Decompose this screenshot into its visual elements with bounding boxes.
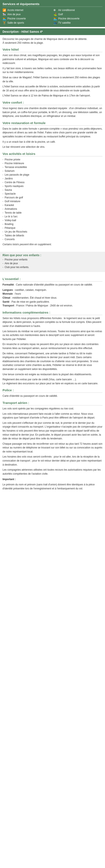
rien-section: Rien que pour vos enfants : Piscine pour… <box>0 252 105 272</box>
infos-text1: Selon les hôtels nous proposons différen… <box>3 316 102 328</box>
ac-icon: ❄ <box>53 8 57 12</box>
list-item: Karaoké <box>3 203 102 207</box>
restauration-heading: Votre restauration et formule <box>3 121 102 126</box>
infos-text3: En revanche si certains repas ne peuvent… <box>3 342 102 350</box>
service-label-wifi: Accès internet <box>7 9 23 11</box>
list-item: Solarium <box>3 169 102 173</box>
service-label-ac: Air conditionné <box>58 9 75 11</box>
services-title: Services et équipements <box>3 2 102 7</box>
activites-note: Certains loisirs peuvent être en supplém… <box>3 243 102 247</box>
services-grid: 📶 Accès internet ❄ Air conditionné 🎠 Air… <box>3 8 102 25</box>
service-item-wifi: 📶 Accès internet <box>3 8 52 12</box>
golf-icon: ⛳ <box>53 13 57 16</box>
restauration-text1: Dans le cadre de votre formule « pension… <box>3 127 102 138</box>
infos-text5: Une tenue correcte est exigée au restaur… <box>3 372 102 376</box>
tv-icon: 📺 <box>53 21 57 25</box>
votre-hotel-heading: Votre hôtel <box>3 48 102 52</box>
list-item: Club pour les enfants. <box>3 265 102 269</box>
service-label-sports: Salle de sports <box>7 21 24 24</box>
service-item-sports: 🏋 Salle de sports <box>3 21 52 25</box>
rien-list: Piscine pour enfants Aire de jeux Club p… <box>3 258 102 269</box>
police-text: Carte d'identité ou passeport en cours d… <box>3 394 102 398</box>
infos-complementaires-heading: Informations complémentaires : <box>3 311 102 315</box>
votre-hotel-text5: L'hôtel Samos se situe à 12 km de Palma … <box>3 94 102 98</box>
votre-hotel-text2: Il y fait bon vivre, à travers ses belle… <box>3 66 102 74</box>
list-item: Jardins <box>3 177 102 180</box>
playground-icon: 🎠 <box>3 13 6 16</box>
service-label-golf: Golf <box>58 13 63 16</box>
essentiel-heading: L'essentiel : <box>3 277 102 281</box>
infos-text6: Règlement des extras par carte de crédit… <box>3 377 102 385</box>
description-section: Description - Hôtel Samos 4* Découvrez l… <box>0 28 105 250</box>
infos-text2: Les boissons du minibar ne sont jamais i… <box>3 330 102 341</box>
list-item: Un jeu de Ricochets <box>3 230 102 234</box>
essentiel-langues: Langues : castillan, catalan, majorquin.… <box>3 288 102 308</box>
votre-hotel-text: Avec son doux climat, ses magnifiques pa… <box>3 53 102 65</box>
wifi-icon: 📶 <box>3 8 6 12</box>
list-item: Piscine pour enfants <box>3 258 102 261</box>
list-item: Piscine Intérieure <box>3 161 102 165</box>
transport-text1: Les vols sont opérés par les compagnies … <box>3 407 102 411</box>
list-item: Bowling <box>3 222 102 226</box>
pool-discovery-icon: 🏊 <box>53 17 57 20</box>
list-item: Le tir à l'arc <box>3 215 102 218</box>
transport-text5: Les horaires des vols vous seront confir… <box>3 455 102 467</box>
infos-text4: De même, concernant l'hébergement, une a… <box>3 351 102 371</box>
description-intro: Découvrez les paysages de charme de Majo… <box>3 37 102 45</box>
service-label-tv: TV satellite <box>58 21 70 24</box>
service-item-pool-covered: 🏊 Piscine couverte <box>3 17 52 20</box>
essentiel-section: L'essentiel : Formalité : Carte national… <box>0 272 105 494</box>
list-item: Tennis de table <box>3 211 102 215</box>
list-item: Spectacle <box>3 192 102 196</box>
essentiel-formalite: Formalité : Carte nationale d'identité p… <box>3 283 102 287</box>
votre-hotel-text3: Situé au cœur de Magaluf, l'Hôtel Samos … <box>3 75 102 83</box>
pool-covered-icon: 🏊 <box>3 17 6 20</box>
service-label-playground: Aire de jeux <box>7 13 20 16</box>
votre-confort-heading: Votre confort : <box>3 101 102 105</box>
votre-confort-text: Vous logerez dans une chambre double sta… <box>3 106 102 118</box>
list-item: Parcours de golf <box>3 196 102 199</box>
service-item-ac: ❄ Air conditionné <box>53 8 102 12</box>
service-item-pool-discovery: 🏊 Piscine découverte <box>53 17 102 20</box>
activites-heading: Vos activités et loisirs <box>3 152 102 156</box>
list-item: Aire de jeux <box>3 261 102 265</box>
service-item-tv: 📺 TV satellite <box>53 21 102 25</box>
service-label-pool-covered: Piscine couverte <box>7 17 26 20</box>
rien-heading: Rien que pour vos enfants : <box>3 253 102 257</box>
service-item-playground: 🎠 Aire de jeux <box>3 13 52 16</box>
transport-important-label: Important : <box>3 477 102 482</box>
description-content: Découvrez les paysages de charme de Majo… <box>0 35 105 250</box>
restauration-text2: Il y a un snack bar à côté de la piscine… <box>3 140 102 144</box>
votre-hotel-text4: L'hôtel Samos vous accueille de Mivrier … <box>3 85 102 92</box>
list-item: Centre de Fitness <box>3 180 102 184</box>
services-section: Services et équipements 📶 Accès internet… <box>0 0 105 27</box>
transport-text6: Les compagnies aériennes utilisées ont t… <box>3 468 102 476</box>
list-item: Piscine privée <box>3 158 102 161</box>
list-item: Pétanque <box>3 226 102 230</box>
list-item: Sports nautiques <box>3 184 102 188</box>
list-item: Volley-ball <box>3 218 102 222</box>
service-label-pool-discovery: Piscine découverte <box>58 17 80 20</box>
list-item: Animations <box>3 207 102 211</box>
list-item: Sauna <box>3 188 102 192</box>
transport-important-text: Le prénom du nom et prénom (sans trait d… <box>3 483 102 491</box>
transport-text4: Chaque passager est tenu de reconfirmer … <box>3 442 102 454</box>
sports-icon: 🏋 <box>3 21 6 25</box>
service-item-golf: ⛳ Golf <box>53 13 102 16</box>
transport-text3: Les vols peuvent s'effectuer de jour com… <box>3 421 102 441</box>
transport-aerien-heading: Transport aérien : <box>3 401 102 405</box>
transport-text2: Les vols internationaux peuvent faire es… <box>3 412 102 420</box>
list-item: Les parasols de plage <box>3 173 102 177</box>
police-heading: Police : <box>3 388 102 393</box>
list-item: Concerts <box>3 238 102 241</box>
list-item: Terrasse ensoleillée <box>3 165 102 169</box>
description-header: Description - Hôtel Samos 4* <box>0 28 105 35</box>
activites-list: Piscine privée Piscine Intérieure Terras… <box>3 158 102 241</box>
list-item: Tables de billards <box>3 234 102 238</box>
list-item: Golf miniature <box>3 199 102 203</box>
restauration-text3: Le bar rénovent une sélection de vins. <box>3 145 102 149</box>
